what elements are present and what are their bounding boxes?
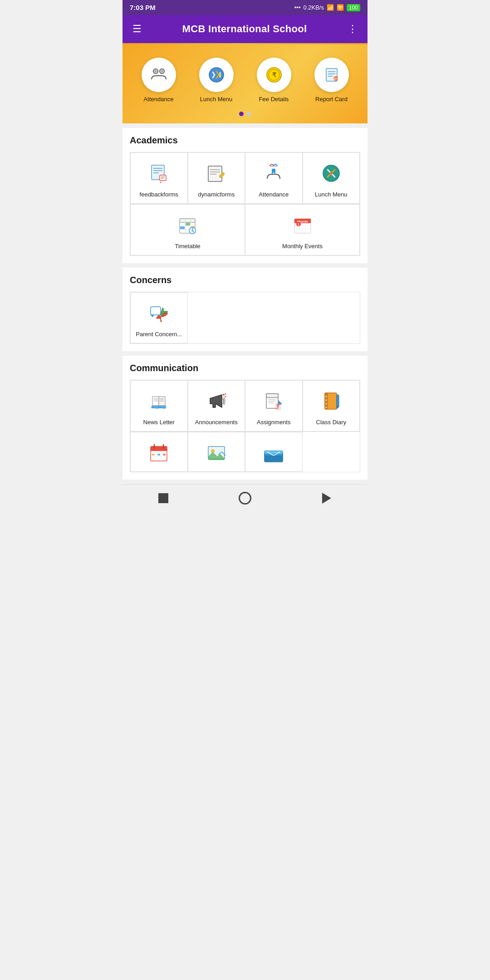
svg-text:1: 1: [298, 223, 299, 226]
nav-back-button[interactable]: [318, 490, 335, 506]
svg-point-74: [325, 396, 327, 397]
lunch-menu-acad-icon: [318, 160, 344, 186]
nav-circle-icon: [239, 492, 251, 505]
communication-section: Communication News Letter: [122, 356, 368, 480]
hamburger-menu-icon[interactable]: ☰: [131, 21, 143, 37]
hero-item-lunch-menu[interactable]: Lunch Menu: [199, 58, 234, 103]
nav-bar: [122, 484, 368, 512]
hero-fee-label: Fee Details: [259, 96, 289, 103]
status-bar: 7:03 PM ••• 0.2KB/s 📶 🛜 100: [122, 0, 368, 15]
svg-point-2: [154, 70, 157, 73]
svg-rect-63: [266, 394, 278, 397]
svg-point-4: [209, 68, 224, 82]
wifi-icon: 🛜: [337, 4, 344, 11]
svg-point-31: [330, 172, 333, 175]
class-diary-item[interactable]: Class Diary: [303, 380, 360, 431]
monthly-events-icon: Month 1: [289, 212, 316, 238]
calendar-item[interactable]: [130, 432, 188, 472]
attendance-acad-label: Attendance: [259, 191, 289, 198]
hero-item-attendance[interactable]: Attendance: [142, 58, 176, 103]
academics-grid: feedbackforms dynamicforms: [130, 152, 360, 204]
concerns-title: Concerns: [130, 275, 360, 285]
svg-rect-93: [265, 451, 283, 454]
hero-report-label: Report Card: [315, 96, 348, 103]
dot-2: [246, 112, 251, 116]
concerns-grid: Parent Concern...: [130, 292, 360, 344]
svg-rect-52: [151, 307, 161, 315]
academics-title: Academics: [130, 135, 360, 146]
communication-grid: News Letter Announcements: [130, 380, 360, 432]
svg-rect-18: [160, 175, 166, 181]
svg-rect-78: [337, 395, 339, 407]
feedbackforms-icon: [146, 160, 172, 186]
fee-details-icon-circle: ₹: [257, 58, 291, 92]
hero-item-report-card[interactable]: A+ Report Card: [314, 58, 349, 103]
assignments-item[interactable]: Assignments: [245, 380, 303, 431]
svg-rect-38: [186, 223, 190, 225]
svg-text:₹: ₹: [272, 71, 276, 78]
svg-rect-80: [151, 446, 167, 451]
timetable-item[interactable]: Timetable: [130, 204, 245, 255]
lunch-menu-icon-circle: [199, 58, 234, 92]
monthly-events-item[interactable]: Month 1 Monthly Events: [245, 204, 360, 255]
timetable-label: Timetable: [175, 243, 201, 250]
svg-point-76: [325, 403, 327, 405]
gallery-icon: [203, 440, 230, 466]
more-options-icon[interactable]: ⋮: [346, 21, 359, 37]
newsletter-icon: [146, 388, 172, 414]
class-diary-icon: [318, 388, 344, 414]
class-diary-label: Class Diary: [316, 419, 346, 426]
svg-point-42: [191, 229, 194, 232]
feedbackforms-item[interactable]: feedbackforms: [130, 152, 188, 204]
hero-attendance-label: Attendance: [144, 96, 174, 103]
lunch-menu-acad-item[interactable]: Lunch Menu: [303, 152, 360, 204]
dynamicforms-item[interactable]: dynamicforms: [188, 152, 245, 204]
timetable-icon: [175, 212, 201, 238]
svg-rect-22: [208, 166, 222, 181]
calendar-icon: [146, 440, 172, 466]
svg-point-77: [325, 407, 327, 408]
svg-rect-87: [152, 454, 155, 456]
hero-item-fee-details[interactable]: ₹ Fee Details: [257, 58, 291, 103]
assignments-label: Assignments: [257, 419, 290, 426]
attendance-acad-icon: [260, 160, 287, 186]
dynamicforms-label: dynamicforms: [198, 191, 235, 198]
svg-point-75: [325, 399, 327, 401]
inbox-icon: [260, 440, 287, 466]
parent-concern-item[interactable]: Parent Concern...: [130, 292, 188, 343]
svg-rect-33: [180, 219, 195, 222]
hero-banner: Attendance Lunch Menu ₹ Fee: [122, 43, 368, 123]
academics-grid-row2: Timetable Month 1 Monthly Events: [130, 204, 360, 256]
svg-rect-88: [157, 454, 160, 456]
communication-partial-row: [130, 432, 360, 472]
announcements-label: Announcements: [195, 419, 238, 426]
gallery-item[interactable]: [188, 432, 245, 472]
svg-point-61: [225, 393, 226, 395]
status-time: 7:03 PM: [130, 4, 156, 11]
hero-lunch-label: Lunch Menu: [200, 96, 233, 103]
newsletter-label: News Letter: [143, 419, 175, 426]
concerns-section: Concerns Parent Concern...: [122, 268, 368, 351]
communication-title: Communication: [130, 363, 360, 373]
svg-point-59: [223, 394, 225, 396]
battery-icon: 100: [347, 4, 360, 11]
report-card-icon-circle: A+: [314, 58, 349, 92]
feedbackforms-label: feedbackforms: [140, 191, 178, 198]
newsletter-item[interactable]: News Letter: [130, 380, 188, 431]
svg-rect-39: [180, 226, 185, 229]
hero-icons-row: Attendance Lunch Menu ₹ Fee: [130, 54, 360, 106]
announcements-item[interactable]: Announcements: [188, 380, 245, 431]
banner-dots: [130, 112, 360, 116]
svg-point-60: [225, 396, 226, 397]
nav-recent-button[interactable]: [237, 490, 253, 506]
dynamicforms-icon: [203, 160, 230, 186]
app-header: ☰ MCB International School ⋮: [122, 15, 368, 43]
nav-home-button[interactable]: [155, 490, 172, 506]
inbox-item[interactable]: [245, 432, 303, 472]
nav-triangle-icon: [322, 493, 331, 504]
attendance-acad-item[interactable]: Attendance: [245, 152, 303, 204]
svg-text:A+: A+: [333, 77, 338, 80]
parent-concern-label: Parent Concern...: [136, 331, 182, 338]
assignments-icon: [260, 388, 287, 414]
svg-rect-94: [265, 456, 283, 462]
